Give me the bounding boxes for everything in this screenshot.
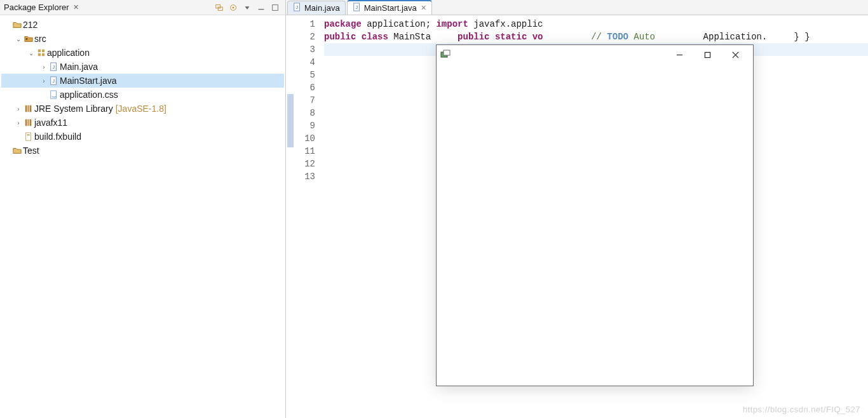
tree-application-css[interactable]: application.css — [1, 88, 284, 102]
twisty-collapsed-icon[interactable]: › — [39, 64, 48, 71]
focus-task-icon[interactable] — [227, 1, 240, 14]
svg-rect-8 — [38, 50, 41, 52]
tab-label: Main.java — [304, 3, 340, 13]
svg-marker-4 — [245, 6, 250, 9]
tree-badge: [JavaSE-1.8] — [116, 104, 166, 114]
close-button[interactable] — [721, 46, 749, 64]
javafx-app-icon — [440, 50, 451, 60]
tab-label: MainStart.java — [364, 3, 417, 13]
maximize-view-icon[interactable] — [269, 1, 281, 14]
package-explorer-header: Package Explorer ✕ — [0, 0, 285, 15]
line-number-gutter: 1 2 3 4 5 6 7 8 9 10 11 12 13 — [297, 15, 319, 418]
tree-label: src — [34, 34, 46, 44]
library-icon — [23, 104, 34, 113]
tree-project[interactable]: 212 — [1, 18, 284, 32]
package-explorer-panel: Package Explorer ✕ — [0, 0, 286, 418]
view-menu-icon[interactable] — [241, 1, 254, 14]
java-file-icon: J — [293, 3, 302, 13]
svg-rect-11 — [42, 53, 44, 56]
tree-jre-library[interactable]: › JRE System Library [JavaSE-1.8] — [1, 102, 284, 116]
svg-rect-20 — [25, 119, 27, 126]
svg-text:J: J — [295, 5, 298, 10]
tree-javafx11[interactable]: › javafx11 — [1, 116, 284, 130]
editor-tabbar: J Main.java J MainStart.java ✕ — [286, 0, 868, 15]
svg-rect-24 — [27, 135, 29, 136]
tree-label: build.fxbuild — [34, 131, 81, 142]
twisty-collapsed-icon[interactable]: › — [14, 105, 23, 112]
close-tab-icon[interactable]: ✕ — [421, 4, 426, 12]
tree-test-project[interactable]: Test — [1, 144, 284, 158]
link-with-editor-icon[interactable] — [213, 1, 226, 14]
css-file-icon — [48, 90, 60, 99]
tree-label: application.css — [60, 90, 118, 100]
twisty-collapsed-icon[interactable]: › — [14, 119, 23, 126]
svg-rect-30 — [444, 50, 450, 55]
svg-rect-21 — [27, 119, 29, 126]
minimize-button[interactable] — [665, 46, 693, 64]
tab-mainstart-java[interactable]: J MainStart.java ✕ — [347, 0, 432, 15]
svg-rect-7 — [26, 38, 28, 40]
svg-rect-23 — [26, 133, 31, 140]
tree-label: JRE System Library — [34, 104, 113, 114]
svg-rect-18 — [27, 105, 29, 112]
tree-label: MainStart.java — [60, 76, 116, 86]
svg-rect-9 — [42, 50, 44, 52]
source-folder-icon — [23, 34, 34, 43]
tree-mainstart-java[interactable]: › J MainStart.java — [1, 74, 284, 88]
java-file-icon: J — [48, 62, 60, 71]
tree-package[interactable]: ⌄ application — [1, 46, 284, 60]
close-view-icon[interactable]: ✕ — [73, 3, 79, 11]
svg-rect-32 — [705, 52, 710, 57]
tree-label: 212 — [23, 20, 37, 30]
library-icon — [23, 118, 34, 127]
svg-text:J: J — [52, 79, 55, 83]
minimize-view-icon[interactable] — [255, 1, 268, 14]
javafx-titlebar[interactable] — [437, 45, 753, 64]
package-icon — [36, 48, 47, 57]
twisty-expanded-icon[interactable]: ⌄ — [27, 50, 36, 57]
java-file-icon: J — [48, 76, 60, 85]
twisty-expanded-icon[interactable]: ⌄ — [14, 36, 23, 43]
tree-label: Test — [23, 145, 39, 156]
svg-point-3 — [233, 6, 234, 8]
svg-rect-10 — [38, 53, 41, 56]
package-explorer-title: Package Explorer — [4, 3, 69, 12]
java-file-icon: J — [353, 3, 362, 13]
tree-src[interactable]: ⌄ src — [1, 32, 284, 46]
tree-label: application — [47, 48, 90, 58]
tree-label: javafx11 — [34, 118, 67, 128]
svg-text:J: J — [355, 5, 358, 10]
marker-column — [286, 15, 297, 418]
project-icon — [11, 20, 23, 29]
tree-build-fxbuild[interactable]: build.fxbuild — [1, 130, 284, 144]
javafx-scene-empty — [437, 64, 753, 386]
maximize-button[interactable] — [693, 46, 721, 64]
svg-rect-17 — [25, 105, 27, 112]
tree-label: Main.java — [60, 62, 98, 72]
file-icon — [23, 132, 34, 141]
svg-rect-19 — [30, 105, 32, 112]
tab-main-java[interactable]: J Main.java — [287, 1, 346, 15]
tree-main-java[interactable]: › J Main.java — [1, 60, 284, 74]
javafx-app-window[interactable] — [436, 44, 754, 386]
project-icon — [11, 146, 23, 155]
change-marker — [287, 94, 294, 147]
svg-rect-6 — [273, 4, 278, 10]
svg-text:J: J — [52, 65, 55, 69]
svg-rect-22 — [30, 119, 32, 126]
package-explorer-tree: 212 ⌄ src ⌄ application › J — [0, 15, 285, 160]
twisty-collapsed-icon[interactable]: › — [39, 78, 48, 84]
